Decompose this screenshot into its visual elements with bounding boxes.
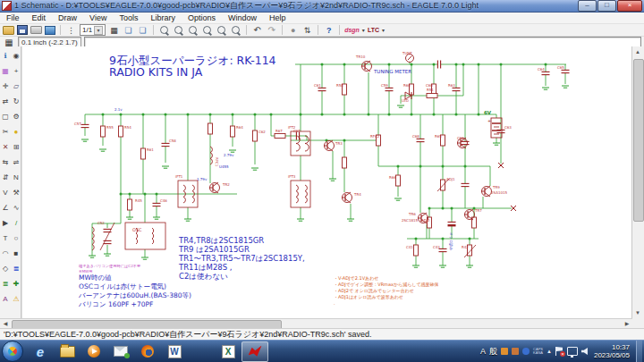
tool-junction-icon[interactable]: ✚ <box>11 276 21 291</box>
taskbar-internet-explorer[interactable]: e <box>27 341 54 362</box>
tool-split-icon[interactable]: ∿ <box>11 200 21 215</box>
title-bar[interactable]: 1 Schematic - D:¥TOOLS¥EAGLE-7.0.0¥good-… <box>0 0 644 13</box>
export-image-icon[interactable] <box>45 26 55 35</box>
tool-rotate-icon[interactable]: ↻ <box>11 94 21 109</box>
menu-draw[interactable]: Draw <box>52 13 83 22</box>
tool-mirror-icon[interactable]: ⇄ <box>0 94 11 109</box>
minimize-button[interactable]: – <box>578 0 597 12</box>
volume-icon[interactable] <box>581 348 588 355</box>
tool-miter-icon[interactable]: ∠ <box>0 200 11 215</box>
redo-icon[interactable]: ↷ <box>266 25 277 36</box>
tool-invoke-icon[interactable]: ▶ <box>0 215 11 231</box>
menu-window[interactable]: Window <box>222 13 263 22</box>
menu-view[interactable]: View <box>83 13 113 22</box>
ime-conversion-mode[interactable]: 般 <box>489 346 497 358</box>
tool-paste-icon[interactable]: ● <box>11 124 21 139</box>
taskbar-explorer[interactable] <box>54 341 80 362</box>
print-icon[interactable] <box>30 26 42 34</box>
taskbar-winrar[interactable] <box>188 341 215 362</box>
menu-library[interactable]: Library <box>144 13 182 22</box>
tool-circle-icon[interactable]: ○ <box>11 231 21 246</box>
tool-arc-icon[interactable]: ◠ <box>0 246 11 261</box>
show-desktop-button[interactable] <box>636 341 642 362</box>
taskbar-word[interactable]: W <box>161 341 188 362</box>
ime-pad-icon[interactable] <box>512 348 519 355</box>
action-toolbar: ⋮ 1/1 ▾ ▦ ❏ ❏ ↶ ↷ ● ⇅ ? dsgn ▾ LTC ▾ <box>0 24 644 37</box>
tool-gateswap-icon[interactable]: ⇵ <box>0 170 11 185</box>
vertical-scroll-thumb[interactable] <box>633 59 644 222</box>
zoom-out-icon[interactable] <box>187 25 199 36</box>
start-button[interactable] <box>2 341 23 362</box>
schematic-window-icon[interactable]: ❏ <box>123 25 134 36</box>
tool-change-icon[interactable]: ⚙ <box>11 109 21 124</box>
help-icon[interactable]: ? <box>323 25 335 36</box>
ltspice-dropdown-icon[interactable]: ▾ <box>382 27 385 33</box>
sheet-selector[interactable]: 1/1 ▾ <box>80 24 106 36</box>
tool-cut-icon[interactable]: ✂ <box>0 124 11 139</box>
menu-file[interactable]: File <box>0 13 26 22</box>
tool-replace-icon[interactable]: ⇌ <box>11 155 21 170</box>
tool-mark-icon[interactable]: + <box>11 63 21 79</box>
close-button[interactable]: × <box>617 0 642 12</box>
menu-tools[interactable]: Tools <box>113 13 144 22</box>
menu-edit[interactable]: Edit <box>26 13 53 22</box>
board-window-icon[interactable]: ❏ <box>137 25 148 36</box>
scroll-down-icon[interactable]: ▼ <box>632 307 643 318</box>
taskbar-eagle-active[interactable] <box>242 341 268 362</box>
menu-help[interactable]: Help <box>263 13 292 22</box>
undo-icon[interactable]: ↶ <box>251 25 263 36</box>
ltspice-icon[interactable]: LTC <box>368 27 379 33</box>
tool-label-icon[interactable]: A <box>0 291 11 307</box>
action-center-flag-icon[interactable] <box>555 347 564 356</box>
open-icon[interactable] <box>3 26 14 35</box>
tool-group-icon[interactable]: ▢ <box>0 109 11 124</box>
menu-options[interactable]: Options <box>182 13 222 22</box>
tool-move-icon[interactable]: ✛ <box>0 79 11 94</box>
tool-erc-icon[interactable]: ⚠ <box>11 291 21 307</box>
taskbar-firefox[interactable] <box>134 341 161 362</box>
maximize-button[interactable]: □ <box>597 0 616 12</box>
taskbar-clock[interactable]: 10:37 2023/05/05 <box>594 343 630 359</box>
tool-show-icon[interactable]: ◉ <box>11 48 21 63</box>
zoom-last-icon[interactable] <box>230 25 242 36</box>
tool-smash-icon[interactable]: ⚒ <box>11 185 21 200</box>
tool-display-icon[interactable]: ▦ <box>0 63 11 79</box>
tool-pinswap-icon[interactable]: ⇆ <box>0 155 11 170</box>
ime-toolbox-icon[interactable] <box>501 348 508 355</box>
scroll-up-icon[interactable]: ▲ <box>632 46 643 57</box>
zoom-redraw-icon[interactable] <box>201 25 213 36</box>
tray-expand-icon[interactable]: ▲ <box>547 349 552 354</box>
taskbar-excel[interactable]: X <box>215 341 242 362</box>
designlink-dropdown-icon[interactable]: ▾ <box>362 27 365 33</box>
tool-value-icon[interactable]: V <box>0 185 11 200</box>
tool-net-icon[interactable]: ≣ <box>0 276 11 291</box>
stop-icon[interactable]: ● <box>287 25 299 36</box>
tool-bus-icon[interactable]: ≣ <box>11 261 21 276</box>
schematic-canvas[interactable]: +OSCC57R55R54R61C58IFT1TR2RFC1R64C62R67C… <box>22 46 631 318</box>
designlink-icon[interactable]: dsgn <box>344 27 360 33</box>
chevron-down-icon[interactable]: ▾ <box>94 26 103 35</box>
taskbar-media-player[interactable] <box>80 341 107 362</box>
zoom-fit-icon[interactable] <box>158 25 170 36</box>
tool-info-icon[interactable]: ℹ <box>0 48 11 63</box>
save-icon[interactable] <box>17 25 28 35</box>
tool-polygon-icon[interactable]: ◇ <box>0 261 11 276</box>
drawing-canvas[interactable]: +OSCC57R55R54R61C58IFT1TR2RFC1R64C62R67C… <box>21 46 631 318</box>
tool-copy-icon[interactable]: ▱ <box>11 79 21 94</box>
tool-add-icon[interactable]: ⊞ <box>11 139 21 155</box>
use-library-icon[interactable]: ▦ <box>108 25 120 36</box>
script-icon[interactable]: ⋮ <box>65 25 77 36</box>
ime-help-icon[interactable] <box>522 348 530 355</box>
network-icon[interactable] <box>567 347 578 356</box>
tool-rect-icon[interactable]: ■ <box>11 246 21 261</box>
zoom-in-icon[interactable] <box>173 25 184 36</box>
vertical-scrollbar[interactable]: ▲ ▼ <box>631 46 644 318</box>
ime-input-mode[interactable]: A <box>480 347 486 356</box>
taskbar-mail[interactable] <box>107 341 134 362</box>
tool-wire-icon[interactable]: / <box>11 215 21 231</box>
tool-delete-icon[interactable]: ✕ <box>0 139 11 155</box>
tool-text-icon[interactable]: T <box>0 231 11 246</box>
go-icon[interactable]: ⇅ <box>301 25 313 36</box>
zoom-select-icon[interactable] <box>216 25 227 36</box>
tool-name-icon[interactable]: N <box>11 170 21 185</box>
